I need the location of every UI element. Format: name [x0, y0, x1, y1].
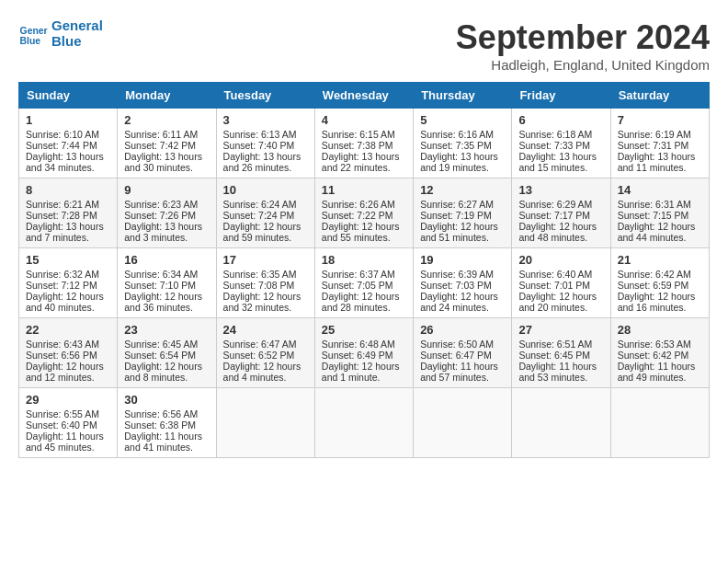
calendar-cell: 29Sunrise: 6:55 AMSunset: 6:40 PMDayligh… — [19, 388, 118, 458]
sunrise-time: Sunrise: 6:40 AM — [518, 269, 603, 280]
calendar-cell: 7Sunrise: 6:19 AMSunset: 7:31 PMDaylight… — [610, 109, 709, 178]
calendar-cell: 2Sunrise: 6:11 AMSunset: 7:42 PMDaylight… — [118, 109, 216, 178]
calendar-week-5: 29Sunrise: 6:55 AMSunset: 6:40 PMDayligh… — [19, 388, 710, 458]
sunset-time: Sunset: 7:44 PM — [26, 140, 110, 151]
calendar-cell: 16Sunrise: 6:34 AMSunset: 7:10 PMDayligh… — [118, 248, 216, 318]
sunset-time: Sunset: 7:42 PM — [124, 140, 209, 151]
calendar-cell: 30Sunrise: 6:56 AMSunset: 6:38 PMDayligh… — [118, 388, 216, 458]
day-number: 13 — [518, 183, 603, 197]
sunrise-time: Sunrise: 6:18 AM — [518, 129, 603, 140]
daylight-hours: Daylight: 13 hours and 19 minutes. — [420, 151, 505, 173]
sunrise-time: Sunrise: 6:34 AM — [124, 269, 209, 280]
svg-text:General: General — [20, 26, 48, 36]
sunset-time: Sunset: 6:38 PM — [124, 419, 209, 431]
sunrise-time: Sunrise: 6:11 AM — [124, 129, 209, 140]
sunset-time: Sunset: 7:12 PM — [26, 280, 110, 291]
sunset-time: Sunset: 6:45 PM — [518, 350, 603, 361]
sunset-time: Sunset: 6:54 PM — [124, 350, 209, 361]
day-number: 25 — [322, 323, 406, 337]
calendar-cell — [314, 388, 413, 458]
weekday-header-saturday: Saturday — [610, 83, 709, 109]
sunrise-time: Sunrise: 6:47 AM — [223, 339, 308, 350]
sunset-time: Sunset: 7:22 PM — [322, 210, 406, 221]
calendar-cell — [512, 388, 610, 458]
day-number: 27 — [518, 323, 603, 337]
page-header: General Blue GeneralBlue September 2024 … — [18, 18, 710, 73]
weekday-header-tuesday: Tuesday — [216, 83, 314, 109]
daylight-hours: Daylight: 12 hours and 12 minutes. — [26, 361, 110, 383]
day-number: 18 — [322, 253, 406, 267]
day-number: 14 — [618, 183, 702, 197]
calendar-cell: 17Sunrise: 6:35 AMSunset: 7:08 PMDayligh… — [216, 248, 314, 318]
day-number: 20 — [518, 253, 603, 267]
calendar-cell: 10Sunrise: 6:24 AMSunset: 7:24 PMDayligh… — [216, 178, 314, 248]
daylight-hours: Daylight: 12 hours and 51 minutes. — [420, 221, 505, 243]
daylight-hours: Daylight: 12 hours and 59 minutes. — [223, 221, 308, 243]
month-title: September 2024 — [456, 18, 710, 57]
day-number: 3 — [223, 113, 308, 127]
day-number: 1 — [26, 113, 110, 127]
daylight-hours: Daylight: 11 hours and 41 minutes. — [124, 431, 209, 453]
sunset-time: Sunset: 6:40 PM — [26, 419, 110, 431]
sunset-time: Sunset: 7:31 PM — [618, 140, 702, 151]
day-number: 7 — [618, 113, 702, 127]
weekday-header-row: SundayMondayTuesdayWednesdayThursdayFrid… — [19, 83, 710, 109]
day-number: 19 — [420, 253, 505, 267]
logo-text: GeneralBlue — [51, 18, 103, 49]
sunrise-time: Sunrise: 6:19 AM — [618, 129, 702, 140]
sunset-time: Sunset: 7:19 PM — [420, 210, 505, 221]
calendar-cell: 9Sunrise: 6:23 AMSunset: 7:26 PMDaylight… — [118, 178, 216, 248]
daylight-hours: Daylight: 12 hours and 44 minutes. — [618, 221, 702, 243]
weekday-header-sunday: Sunday — [19, 83, 118, 109]
sunset-time: Sunset: 7:28 PM — [26, 210, 110, 221]
sunrise-time: Sunrise: 6:10 AM — [26, 129, 110, 140]
sunset-time: Sunset: 6:52 PM — [223, 350, 308, 361]
day-number: 29 — [26, 393, 110, 407]
daylight-hours: Daylight: 13 hours and 7 minutes. — [26, 221, 110, 243]
daylight-hours: Daylight: 12 hours and 28 minutes. — [322, 291, 406, 313]
daylight-hours: Daylight: 11 hours and 57 minutes. — [420, 361, 505, 383]
sunrise-time: Sunrise: 6:32 AM — [26, 269, 110, 280]
sunset-time: Sunset: 6:56 PM — [26, 350, 110, 361]
sunset-time: Sunset: 7:38 PM — [322, 140, 406, 151]
day-number: 9 — [124, 183, 209, 197]
daylight-hours: Daylight: 12 hours and 48 minutes. — [518, 221, 603, 243]
calendar-cell: 13Sunrise: 6:29 AMSunset: 7:17 PMDayligh… — [512, 178, 610, 248]
sunrise-time: Sunrise: 6:31 AM — [618, 199, 702, 210]
sunrise-time: Sunrise: 6:16 AM — [420, 129, 505, 140]
day-number: 21 — [618, 253, 702, 267]
daylight-hours: Daylight: 12 hours and 24 minutes. — [420, 291, 505, 313]
sunrise-time: Sunrise: 6:55 AM — [26, 408, 110, 419]
sunrise-time: Sunrise: 6:43 AM — [26, 339, 110, 350]
day-number: 6 — [518, 113, 603, 127]
calendar-cell: 11Sunrise: 6:26 AMSunset: 7:22 PMDayligh… — [314, 178, 413, 248]
location: Hadleigh, England, United Kingdom — [456, 57, 710, 73]
calendar-cell: 5Sunrise: 6:16 AMSunset: 7:35 PMDaylight… — [414, 109, 512, 178]
daylight-hours: Daylight: 13 hours and 34 minutes. — [26, 151, 110, 173]
weekday-header-wednesday: Wednesday — [314, 83, 413, 109]
sunrise-time: Sunrise: 6:21 AM — [26, 199, 110, 210]
day-number: 23 — [124, 323, 209, 337]
daylight-hours: Daylight: 12 hours and 1 minute. — [322, 361, 406, 383]
svg-text:Blue: Blue — [20, 36, 41, 46]
sunrise-time: Sunrise: 6:50 AM — [420, 339, 505, 350]
daylight-hours: Daylight: 11 hours and 49 minutes. — [618, 361, 702, 383]
calendar-cell: 4Sunrise: 6:15 AMSunset: 7:38 PMDaylight… — [314, 109, 413, 178]
day-number: 12 — [420, 183, 505, 197]
daylight-hours: Daylight: 13 hours and 22 minutes. — [322, 151, 406, 173]
calendar-cell: 22Sunrise: 6:43 AMSunset: 6:56 PMDayligh… — [19, 318, 118, 388]
calendar-cell: 24Sunrise: 6:47 AMSunset: 6:52 PMDayligh… — [216, 318, 314, 388]
calendar-cell: 18Sunrise: 6:37 AMSunset: 7:05 PMDayligh… — [314, 248, 413, 318]
daylight-hours: Daylight: 12 hours and 20 minutes. — [518, 291, 603, 313]
day-number: 24 — [223, 323, 308, 337]
calendar-cell: 25Sunrise: 6:48 AMSunset: 6:49 PMDayligh… — [314, 318, 413, 388]
sunset-time: Sunset: 7:03 PM — [420, 280, 505, 291]
sunrise-time: Sunrise: 6:53 AM — [618, 339, 702, 350]
day-number: 4 — [322, 113, 406, 127]
logo-icon: General Blue — [18, 19, 48, 49]
sunset-time: Sunset: 6:47 PM — [420, 350, 505, 361]
day-number: 5 — [420, 113, 505, 127]
daylight-hours: Daylight: 13 hours and 3 minutes. — [124, 221, 209, 243]
sunset-time: Sunset: 7:26 PM — [124, 210, 209, 221]
sunrise-time: Sunrise: 6:45 AM — [124, 339, 209, 350]
